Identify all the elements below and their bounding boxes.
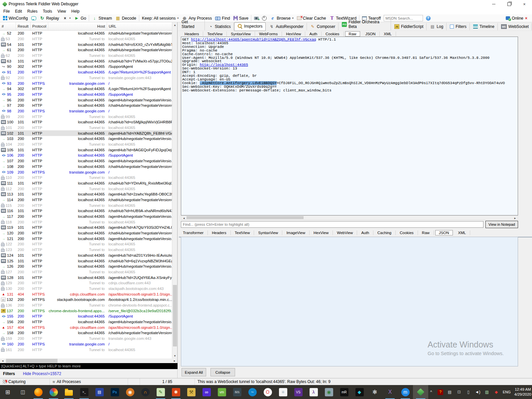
tab-inspectors[interactable]: Inspectors bbox=[234, 22, 266, 31]
session-row[interactable]: 115200HTTPTunnel tolocalhost:44365 bbox=[0, 202, 172, 208]
session-row[interactable]: 161200HTTPTunnel tolocalhost:44365 bbox=[0, 347, 172, 352]
session-row[interactable]: WS105101HTTPlocalhost:44365/agentHub?id=… bbox=[0, 147, 172, 153]
session-row[interactable]: <>91200HTTPlocalhost:44365/Login?ReturnU… bbox=[0, 69, 172, 75]
fiddler-icon[interactable] bbox=[413, 385, 428, 399]
scroll-left-icon[interactable]: ◂ bbox=[181, 216, 187, 220]
amd-icon[interactable]: ◆ bbox=[493, 389, 499, 395]
session-row[interactable]: →121200HTTPlocalhost:44365/agentHub/nego… bbox=[0, 236, 172, 241]
toolbar-clear-cache[interactable]: Clear Cache bbox=[295, 16, 328, 21]
tab-composer[interactable]: ✎Composer bbox=[307, 23, 338, 30]
session-row[interactable]: WS102101HTTPlocalhost:44365/agentHub?id=… bbox=[0, 130, 172, 136]
session-row[interactable]: WS125101HTTPlocalhost:44365/chatHub?id=6… bbox=[0, 258, 172, 264]
request-tab-webforms[interactable]: WebForms bbox=[255, 32, 282, 36]
session-row[interactable]: <>155200HTTPlocalhost:44365/SupportAgent bbox=[0, 314, 172, 319]
volume-icon[interactable]: ◄) bbox=[475, 389, 480, 395]
session-row[interactable]: ▲157404HTTPScdnjs.cloudflare.com/ajax/li… bbox=[0, 325, 172, 330]
tab-timeline[interactable]: Timeline bbox=[470, 23, 498, 30]
response-tab-json[interactable]: JSON bbox=[435, 230, 453, 235]
storage-icon[interactable]: ▤ bbox=[447, 389, 453, 395]
server-globe-icon[interactable]: ◉ bbox=[321, 385, 336, 399]
capturing-indicator[interactable]: Capturing bbox=[0, 378, 50, 385]
vscrollbar-thumb[interactable] bbox=[173, 285, 177, 346]
response-tab-auth[interactable]: Auth bbox=[357, 230, 373, 235]
dotnet-icon[interactable]: ∞ bbox=[199, 385, 214, 399]
session-list-vscrollbar[interactable]: ▲ ▼ bbox=[172, 22, 177, 358]
clock[interactable]: 12:49 AM 4/29/2020 bbox=[514, 387, 531, 397]
column-header-[interactable]: # bbox=[0, 22, 16, 30]
tab-get-started[interactable]: Get Started bbox=[178, 18, 205, 30]
response-tab-headers[interactable]: Headers bbox=[208, 230, 230, 235]
maxthon-icon[interactable]: m bbox=[398, 385, 413, 399]
response-tab-caching[interactable]: Caching bbox=[373, 230, 396, 235]
session-row[interactable]: WS100101HTTPlocalhost:44365/chatHub?id=o… bbox=[0, 119, 172, 125]
response-tab-cookies[interactable]: Cookies bbox=[396, 230, 418, 235]
network-viewer-icon[interactable]: ◆ bbox=[352, 385, 367, 399]
session-row[interactable]: 53200HTTPTunnel tolocalhost:44365 bbox=[0, 36, 172, 42]
session-row[interactable]: →108200HTTPlocalhost:44365/chatHub/negot… bbox=[0, 164, 172, 170]
online-close-icon[interactable]: × bbox=[525, 16, 527, 21]
scroll-up-icon[interactable]: ▲ bbox=[172, 22, 178, 28]
session-row[interactable]: ▲131404HTTPScdnjs.cloudflare.com/ajax/li… bbox=[0, 291, 172, 297]
audio-icon[interactable]: ∩ bbox=[138, 385, 153, 399]
knot-icon[interactable]: ✻ bbox=[367, 385, 382, 399]
session-row[interactable]: 130200HTTPTunnel tostackpath.bootstrapcd… bbox=[0, 286, 172, 292]
session-row[interactable]: WS54101HTTPlocalhost:44365/chatHub?id=o5… bbox=[0, 42, 172, 47]
column-header-result[interactable]: Result bbox=[16, 22, 31, 30]
menu-rules[interactable]: Rules bbox=[25, 9, 40, 14]
tab-fiddler-orchestra-beta[interactable]: FOFiddler Orchestra Beta bbox=[338, 18, 391, 30]
toolbar-stream[interactable]: ↓Stream bbox=[90, 15, 113, 21]
process-filter[interactable]: ≡ All Processes bbox=[50, 378, 128, 385]
toolbar-replay[interactable]: ↻Replay bbox=[38, 15, 61, 21]
toolbar-winconfig[interactable]: WinConfig bbox=[1, 16, 30, 21]
session-row[interactable]: WS119101HTTPlocalhost:44365/agentHub?id=… bbox=[0, 225, 172, 230]
session-row[interactable]: →156200HTTPlocalhost:44365/agentHub/nego… bbox=[0, 319, 172, 325]
request-tab-auth[interactable]: Auth bbox=[305, 32, 322, 36]
menu-tools[interactable]: Tools bbox=[40, 9, 55, 14]
visual-studio-icon[interactable]: VS bbox=[291, 385, 306, 399]
session-row[interactable]: →120200HTTPlocalhost:44365/chatHub/negot… bbox=[0, 230, 172, 236]
close-button[interactable]: × bbox=[517, 0, 532, 8]
expand-all-button[interactable]: Expand All bbox=[182, 368, 206, 376]
session-row[interactable]: →158200HTTPlocalhost:44365/chatHub/negot… bbox=[0, 330, 172, 336]
session-row[interactable]: ↪90302HTTPlocalhost:44365/SupportAgent bbox=[0, 64, 172, 69]
session-row[interactable]: WS128101HTTPlocalhost:44365/agentHub?id=… bbox=[0, 275, 172, 280]
photo-flower-icon[interactable]: ✱ bbox=[168, 385, 184, 399]
view-in-notepad-button[interactable]: View in Notepad bbox=[485, 221, 518, 228]
response-json-view[interactable]: Activate Windows Go to Settings to activ… bbox=[181, 237, 518, 366]
session-row[interactable]: WS63101HTTPlocalhost:44365/chatHub?id=rT… bbox=[0, 58, 172, 64]
scroll-right-icon[interactable]: ▸ bbox=[512, 216, 518, 220]
toolbar-remove-icon[interactable]: ×▾ bbox=[61, 15, 72, 21]
session-row[interactable]: →107200HTTPlocalhost:44365/agentHub/nego… bbox=[0, 158, 172, 164]
menu-file[interactable]: File bbox=[1, 9, 12, 14]
task-view-button[interactable]: ◫ bbox=[15, 385, 31, 399]
session-row[interactable]: →117200HTTPlocalhost:44365/agentHub/nego… bbox=[0, 214, 172, 219]
tab-filters[interactable]: Filters bbox=[447, 23, 470, 30]
request-tab-cookies[interactable]: Cookies bbox=[322, 32, 344, 36]
network-display-icon[interactable]: ⊡ bbox=[456, 389, 462, 395]
scroll-right-icon[interactable]: ▸ bbox=[172, 358, 177, 363]
session-row[interactable]: →103200HTTPlocalhost:44365/agentHub/nego… bbox=[0, 136, 172, 142]
hscrollbar-thumb[interactable] bbox=[187, 216, 304, 219]
session-row[interactable]: 127200HTTPTunnel tolocalhost:44365 bbox=[0, 269, 172, 275]
keepass-icon[interactable]: ? bbox=[438, 389, 443, 395]
blender-icon[interactable]: ◉ bbox=[122, 385, 138, 399]
session-row[interactable]: {c}132200HTTPSstackpath.bootstrapcdn.com… bbox=[0, 297, 172, 303]
tab-log[interactable]: ▤Log bbox=[427, 23, 447, 30]
openoffice-icon[interactable]: ~ bbox=[245, 385, 260, 399]
session-row[interactable]: 136200HTTPTunnel tochrome-devtools-front… bbox=[0, 303, 172, 308]
menu-view[interactable]: View bbox=[55, 9, 69, 14]
vscode-icon[interactable]: X bbox=[382, 385, 398, 399]
tray-expand-icon[interactable]: ^ bbox=[428, 389, 434, 395]
toolbar-find[interactable]: Find bbox=[213, 15, 231, 21]
lambda-icon[interactable]: λ bbox=[306, 385, 321, 399]
session-row[interactable]: 104200HTTPTunnel tolocalhost:44365 bbox=[0, 142, 172, 147]
session-row[interactable]: 110200HTTPTunnel tolocalhost:44365 bbox=[0, 175, 172, 181]
request-tab-textview[interactable]: TextView bbox=[203, 32, 227, 36]
request-tab-xml[interactable]: XML bbox=[380, 32, 396, 36]
response-tab-imageview[interactable]: ImageView bbox=[282, 230, 310, 235]
session-row[interactable]: 118200HTTPTunnel tolocalhost:44365 bbox=[0, 219, 172, 225]
session-row[interactable]: 112200HTTPTunnel tolocalhost:44365 bbox=[0, 186, 172, 192]
tab-fiddlerscript[interactable]: JSFiddlerScript bbox=[391, 23, 427, 30]
response-tab-webview[interactable]: WebView bbox=[333, 230, 357, 235]
session-row[interactable]: →52200HTTPlocalhost:44365/chatHub/negoti… bbox=[0, 31, 172, 36]
